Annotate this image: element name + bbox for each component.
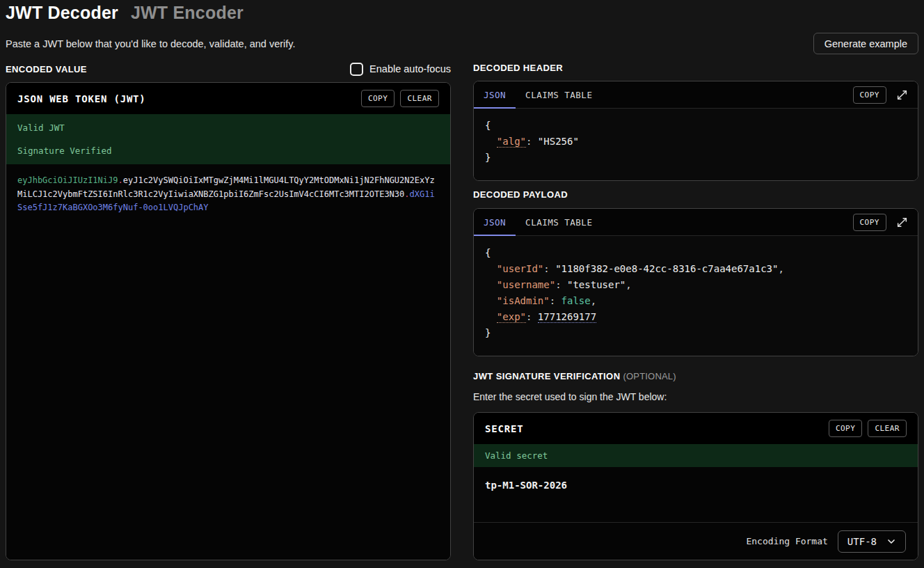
json-colon: : xyxy=(543,263,555,274)
json-comma: , xyxy=(591,295,596,306)
json-claim-isadmin: "isAdmin": false, xyxy=(485,293,907,309)
tab-json[interactable]: JSON xyxy=(474,81,516,108)
json-open-brace: { xyxy=(485,118,907,134)
decoded-payload-panel: JSON CLAIMS TABLE COPY { "userId": "1180… xyxy=(473,208,918,356)
claim-value-alg: "HS256" xyxy=(538,136,579,147)
claim-value-username: "testuser" xyxy=(567,279,626,290)
jwt-token-input[interactable]: eyJhbGciOiJIUzI1NiJ9.eyJ1c2VySWQiOiIxMTg… xyxy=(6,164,450,560)
tab-jwt-decoder[interactable]: JWT Decoder xyxy=(6,3,118,23)
json-colon: : xyxy=(526,136,538,147)
json-colon: : xyxy=(555,279,567,290)
token-panel-title: JSON WEB TOKEN (JWT) xyxy=(17,93,146,104)
json-comma: , xyxy=(778,263,783,274)
decoded-header-json: { "alg": "HS256" } xyxy=(474,109,918,180)
encoding-format-value: UTF-8 xyxy=(847,536,877,547)
json-close-brace: } xyxy=(485,150,907,166)
clear-token-button[interactable]: CLEAR xyxy=(400,90,439,107)
decoded-header-tabs: JSON CLAIMS TABLE COPY xyxy=(474,81,918,109)
json-colon: : xyxy=(550,295,561,306)
claim-key-username: "username" xyxy=(497,279,555,290)
encoding-format-label: Encoding Format xyxy=(746,536,827,546)
status-valid-jwt: Valid JWT xyxy=(17,123,439,133)
json-claim-userid: "userId": "1180f382-e0e8-42cc-8316-c7aa4… xyxy=(485,261,907,277)
status-valid-secret: Valid secret xyxy=(485,450,907,461)
status-signature-verified: Signature Verified xyxy=(17,145,439,156)
secret-instruction: Enter the secret used to sign the JWT be… xyxy=(473,391,667,402)
json-close-brace: } xyxy=(485,325,907,341)
copy-payload-button[interactable]: COPY xyxy=(853,214,887,231)
secret-panel: SECRET COPY CLEAR Valid secret tp-M1-SOR… xyxy=(473,412,918,560)
tab-claims-table[interactable]: CLAIMS TABLE xyxy=(516,81,602,108)
token-header-segment: eyJhbGciOiJIUzI1NiJ9 xyxy=(17,175,118,185)
copy-header-button[interactable]: COPY xyxy=(853,86,887,104)
generate-example-button[interactable]: Generate example xyxy=(813,33,918,54)
clear-secret-button[interactable]: CLEAR xyxy=(868,420,907,437)
expand-icon[interactable] xyxy=(895,88,909,102)
tab-json[interactable]: JSON xyxy=(474,209,516,235)
copy-token-button[interactable]: COPY xyxy=(361,90,395,107)
encoded-value-label: ENCODED VALUE xyxy=(6,64,87,74)
secret-panel-title: SECRET xyxy=(485,423,523,434)
secret-input[interactable]: tp-M1-SOR-2026 xyxy=(474,467,918,522)
json-claim-alg: "alg": "HS256" xyxy=(485,134,907,150)
tab-claims-table[interactable]: CLAIMS TABLE xyxy=(516,209,602,235)
expand-icon[interactable] xyxy=(895,215,909,230)
claim-key-exp[interactable]: "exp" xyxy=(497,311,526,323)
secret-panel-header: SECRET COPY CLEAR xyxy=(474,413,918,444)
claim-key-alg[interactable]: "alg" xyxy=(497,136,526,148)
token-panel-header: JSON WEB TOKEN (JWT) COPY CLEAR xyxy=(6,83,450,114)
secret-status-band: Valid secret xyxy=(474,444,918,467)
decoded-header-label: DECODED HEADER xyxy=(473,63,563,73)
encoded-token-panel: JSON WEB TOKEN (JWT) COPY CLEAR Valid JW… xyxy=(6,82,451,560)
json-claim-username: "username": "testuser", xyxy=(485,277,907,293)
decoded-payload-tabs: JSON CLAIMS TABLE COPY xyxy=(474,209,918,236)
decoded-payload-json: { "userId": "1180f382-e0e8-42cc-8316-c7a… xyxy=(474,236,918,356)
encoding-format-dropdown[interactable]: UTF-8 xyxy=(838,530,906,553)
claim-value-userid: "1180f382-e0e8-42cc-8316-c7aa4e67a1c3" xyxy=(555,263,778,274)
json-open-brace: { xyxy=(485,245,907,261)
chevron-down-icon xyxy=(886,537,896,546)
copy-secret-button[interactable]: COPY xyxy=(829,420,863,437)
claim-key-userid: "userId" xyxy=(497,263,543,274)
json-comma: , xyxy=(626,279,631,290)
decoded-payload-label: DECODED PAYLOAD xyxy=(473,189,568,200)
decoded-header-panel: JSON CLAIMS TABLE COPY { "alg": "HS256" … xyxy=(473,81,918,181)
tab-jwt-encoder[interactable]: JWT Encoder xyxy=(131,3,244,23)
signature-verification-label: JWT SIGNATURE VERIFICATION (OPTIONAL) xyxy=(473,371,676,381)
json-colon: : xyxy=(526,311,538,322)
token-separator-dot: . xyxy=(118,175,123,185)
autofocus-label: Enable auto-focus xyxy=(369,63,451,74)
secret-footer: Encoding Format UTF-8 xyxy=(474,522,918,560)
autofocus-checkbox[interactable] xyxy=(350,63,363,76)
app-title-tabs: JWT Decoder JWT Encoder xyxy=(6,3,244,23)
claim-value-exp[interactable]: 1771269177 xyxy=(538,311,596,323)
optional-label: (OPTIONAL) xyxy=(623,371,676,381)
json-claim-exp: "exp": 1771269177 xyxy=(485,309,907,325)
token-status-band: Valid JWT Signature Verified xyxy=(6,114,450,164)
claim-key-isadmin: "isAdmin" xyxy=(497,295,550,306)
page-subtitle: Paste a JWT below that you'd like to dec… xyxy=(6,38,296,49)
claim-value-isadmin: false xyxy=(561,295,591,306)
autofocus-control: Enable auto-focus xyxy=(350,63,451,76)
token-separator-dot: . xyxy=(404,189,409,199)
